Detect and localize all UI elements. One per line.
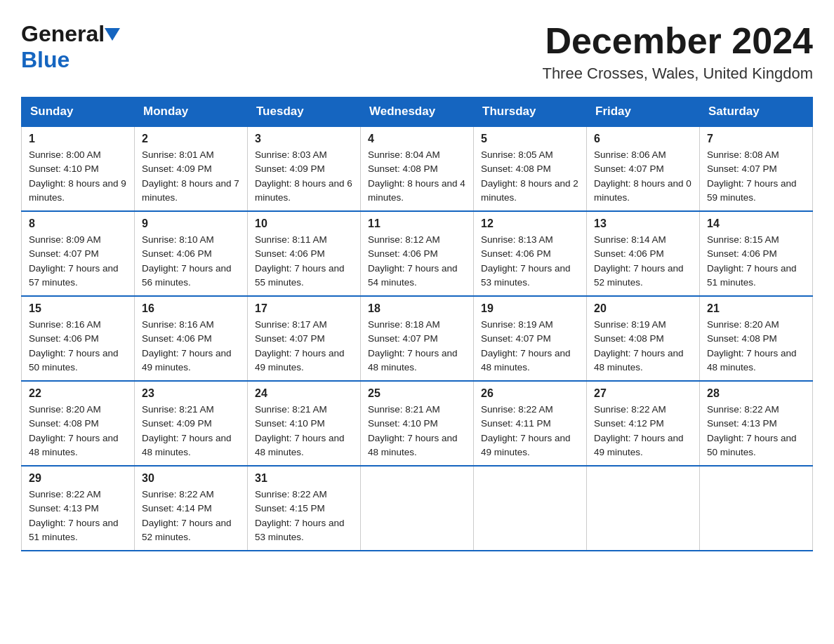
sunrise-label: Sunrise: 8:19 AM — [594, 319, 666, 330]
day-number: 19 — [481, 302, 579, 315]
table-row: 30 Sunrise: 8:22 AM Sunset: 4:14 PM Dayl… — [135, 466, 248, 551]
sunset-label: Sunset: 4:08 PM — [368, 163, 438, 174]
table-row: 26 Sunrise: 8:22 AM Sunset: 4:11 PM Dayl… — [474, 381, 587, 466]
sunset-label: Sunset: 4:08 PM — [29, 418, 99, 429]
day-info: Sunrise: 8:03 AM Sunset: 4:09 PM Dayligh… — [255, 148, 353, 205]
day-info: Sunrise: 8:18 AM Sunset: 4:07 PM Dayligh… — [368, 318, 466, 375]
logo: General Blue — [21, 21, 120, 73]
day-info: Sunrise: 8:21 AM Sunset: 4:10 PM Dayligh… — [255, 403, 353, 459]
sunrise-label: Sunrise: 8:22 AM — [142, 489, 214, 499]
day-number: 8 — [29, 217, 127, 230]
logo-general-text: General — [21, 21, 105, 47]
day-info: Sunrise: 8:21 AM Sunset: 4:09 PM Dayligh… — [142, 403, 240, 459]
sunset-label: Sunset: 4:08 PM — [707, 333, 777, 344]
daylight-label: Daylight: 7 hours and 52 minutes. — [142, 518, 232, 542]
sunrise-label: Sunrise: 8:11 AM — [255, 234, 327, 245]
sunrise-label: Sunrise: 8:04 AM — [368, 149, 440, 160]
day-number: 25 — [368, 387, 466, 400]
daylight-label: Daylight: 7 hours and 48 minutes. — [368, 348, 458, 373]
sunset-label: Sunset: 4:06 PM — [255, 248, 325, 259]
table-row: 24 Sunrise: 8:21 AM Sunset: 4:10 PM Dayl… — [248, 381, 361, 466]
table-row: 28 Sunrise: 8:22 AM Sunset: 4:13 PM Dayl… — [700, 381, 813, 466]
sunrise-label: Sunrise: 8:08 AM — [707, 149, 779, 160]
day-number: 16 — [142, 302, 240, 315]
header-tuesday: Tuesday — [248, 98, 361, 127]
table-row: 8 Sunrise: 8:09 AM Sunset: 4:07 PM Dayli… — [22, 211, 135, 296]
day-number: 1 — [29, 133, 127, 145]
sunset-label: Sunset: 4:06 PM — [29, 333, 99, 344]
day-info: Sunrise: 8:22 AM Sunset: 4:11 PM Dayligh… — [481, 403, 579, 459]
sunset-label: Sunset: 4:11 PM — [481, 418, 551, 429]
sunrise-label: Sunrise: 8:22 AM — [707, 404, 779, 415]
daylight-label: Daylight: 7 hours and 57 minutes. — [29, 263, 119, 288]
table-row: 23 Sunrise: 8:21 AM Sunset: 4:09 PM Dayl… — [135, 381, 248, 466]
table-row: 7 Sunrise: 8:08 AM Sunset: 4:07 PM Dayli… — [700, 126, 813, 211]
sunrise-label: Sunrise: 8:09 AM — [29, 234, 101, 245]
daylight-label: Daylight: 8 hours and 0 minutes. — [594, 178, 691, 203]
day-info: Sunrise: 8:20 AM Sunset: 4:08 PM Dayligh… — [29, 403, 127, 459]
header-friday: Friday — [587, 98, 700, 127]
sunrise-label: Sunrise: 8:20 AM — [29, 404, 101, 415]
day-number: 28 — [707, 387, 805, 400]
table-row: 27 Sunrise: 8:22 AM Sunset: 4:12 PM Dayl… — [587, 381, 700, 466]
sunset-label: Sunset: 4:10 PM — [29, 163, 99, 174]
daylight-label: Daylight: 7 hours and 51 minutes. — [707, 263, 797, 288]
table-row: 15 Sunrise: 8:16 AM Sunset: 4:06 PM Dayl… — [22, 296, 135, 381]
daylight-label: Daylight: 7 hours and 55 minutes. — [255, 263, 345, 288]
daylight-label: Daylight: 7 hours and 49 minutes. — [594, 433, 684, 457]
daylight-label: Daylight: 7 hours and 48 minutes. — [707, 348, 797, 373]
sunset-label: Sunset: 4:14 PM — [142, 503, 212, 514]
daylight-label: Daylight: 8 hours and 4 minutes. — [368, 178, 465, 203]
table-row — [587, 466, 700, 551]
day-info: Sunrise: 8:10 AM Sunset: 4:06 PM Dayligh… — [142, 233, 240, 290]
header-thursday: Thursday — [474, 98, 587, 127]
day-number: 10 — [255, 217, 353, 230]
location-title: Three Crosses, Wales, United Kingdom — [542, 65, 813, 83]
day-number: 7 — [707, 133, 805, 145]
sunrise-label: Sunrise: 8:21 AM — [368, 404, 440, 415]
table-row: 2 Sunrise: 8:01 AM Sunset: 4:09 PM Dayli… — [135, 126, 248, 211]
calendar-week-row: 8 Sunrise: 8:09 AM Sunset: 4:07 PM Dayli… — [22, 211, 813, 296]
sunset-label: Sunset: 4:13 PM — [29, 503, 99, 514]
sunset-label: Sunset: 4:12 PM — [594, 418, 664, 429]
day-info: Sunrise: 8:01 AM Sunset: 4:09 PM Dayligh… — [142, 148, 240, 205]
table-row: 21 Sunrise: 8:20 AM Sunset: 4:08 PM Dayl… — [700, 296, 813, 381]
sunrise-label: Sunrise: 8:18 AM — [368, 319, 440, 330]
daylight-label: Daylight: 7 hours and 53 minutes. — [255, 518, 345, 542]
table-row: 14 Sunrise: 8:15 AM Sunset: 4:06 PM Dayl… — [700, 211, 813, 296]
sunset-label: Sunset: 4:07 PM — [255, 333, 325, 344]
daylight-label: Daylight: 7 hours and 52 minutes. — [594, 263, 684, 288]
sunrise-label: Sunrise: 8:13 AM — [481, 234, 553, 245]
sunset-label: Sunset: 4:07 PM — [368, 333, 438, 344]
table-row: 17 Sunrise: 8:17 AM Sunset: 4:07 PM Dayl… — [248, 296, 361, 381]
header-monday: Monday — [135, 98, 248, 127]
sunrise-label: Sunrise: 8:06 AM — [594, 149, 666, 160]
daylight-label: Daylight: 7 hours and 53 minutes. — [481, 263, 571, 288]
logo-blue-text: Blue — [21, 47, 70, 72]
sunrise-label: Sunrise: 8:20 AM — [707, 319, 779, 330]
daylight-label: Daylight: 7 hours and 48 minutes. — [255, 433, 345, 457]
sunset-label: Sunset: 4:08 PM — [481, 163, 551, 174]
daylight-label: Daylight: 7 hours and 49 minutes. — [255, 348, 345, 373]
table-row: 16 Sunrise: 8:16 AM Sunset: 4:06 PM Dayl… — [135, 296, 248, 381]
daylight-label: Daylight: 7 hours and 48 minutes. — [594, 348, 684, 373]
sunset-label: Sunset: 4:07 PM — [594, 163, 664, 174]
daylight-label: Daylight: 7 hours and 48 minutes. — [142, 433, 232, 457]
sunset-label: Sunset: 4:06 PM — [142, 248, 212, 259]
daylight-label: Daylight: 8 hours and 6 minutes. — [255, 178, 352, 203]
sunrise-label: Sunrise: 8:22 AM — [594, 404, 666, 415]
sunrise-label: Sunrise: 8:00 AM — [29, 149, 101, 160]
table-row — [361, 466, 474, 551]
sunrise-label: Sunrise: 8:15 AM — [707, 234, 779, 245]
daylight-label: Daylight: 7 hours and 59 minutes. — [707, 178, 797, 203]
table-row: 25 Sunrise: 8:21 AM Sunset: 4:10 PM Dayl… — [361, 381, 474, 466]
table-row: 4 Sunrise: 8:04 AM Sunset: 4:08 PM Dayli… — [361, 126, 474, 211]
day-info: Sunrise: 8:11 AM Sunset: 4:06 PM Dayligh… — [255, 233, 353, 290]
calendar-table: Sunday Monday Tuesday Wednesday Thursday… — [21, 97, 813, 551]
table-row: 3 Sunrise: 8:03 AM Sunset: 4:09 PM Dayli… — [248, 126, 361, 211]
day-info: Sunrise: 8:09 AM Sunset: 4:07 PM Dayligh… — [29, 233, 127, 290]
daylight-label: Daylight: 7 hours and 49 minutes. — [142, 348, 232, 373]
table-row: 31 Sunrise: 8:22 AM Sunset: 4:15 PM Dayl… — [248, 466, 361, 551]
day-info: Sunrise: 8:12 AM Sunset: 4:06 PM Dayligh… — [368, 233, 466, 290]
sunrise-label: Sunrise: 8:22 AM — [481, 404, 553, 415]
